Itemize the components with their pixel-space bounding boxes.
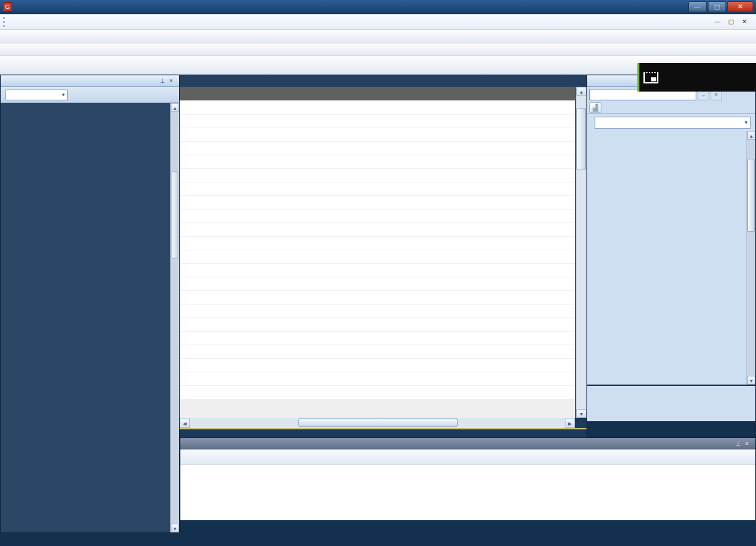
pin-icon[interactable]: ⊥ [734, 440, 742, 447]
output-panel: ⊥ × [180, 437, 756, 521]
element-selection-tabs [587, 406, 755, 421]
ladder-editor: ◀ ▶ ▲ ▼ [180, 75, 586, 437]
scrollbar-thumb[interactable] [576, 108, 586, 170]
menu-bar: — ▢ ✕ [0, 14, 756, 30]
instruction-list [587, 131, 747, 385]
navigation-panel: ⊥ × ▼ ▲ ▼ [0, 75, 180, 533]
child-close-button[interactable]: ✕ [740, 18, 749, 25]
screenshot-camera-icon [643, 72, 658, 83]
close-panel-icon[interactable]: × [742, 440, 751, 447]
navigation-scrollbar[interactable]: ▲ ▼ [170, 103, 179, 532]
scroll-down-icon[interactable]: ▼ [747, 376, 755, 385]
restore-button[interactable]: ▢ [708, 1, 726, 12]
ladder-canvas[interactable] [180, 100, 575, 399]
child-minimize-button[interactable]: — [713, 18, 722, 25]
output-content [180, 465, 755, 520]
close-panel-icon[interactable]: × [167, 77, 176, 84]
editor-frame-edge [180, 428, 586, 437]
gx-works3-window: G — ▢ ✕ — ▢ ✕ ⊥ × ▼ [0, 0, 756, 546]
element-selection-panel: ⌄ ≡ ▟ ▼ ▲ ▼ [586, 75, 756, 437]
navigation-panel-title: ⊥ × [1, 75, 179, 87]
chevron-down-icon: ▼ [61, 92, 66, 97]
title-bar: G — ▢ ✕ [0, 0, 756, 14]
close-button[interactable]: ✕ [728, 1, 753, 12]
scrollbar-thumb[interactable] [298, 418, 458, 427]
display-target-combo[interactable]: ▼ [595, 117, 751, 129]
menu-grip [3, 17, 5, 27]
ladder-empty-area [180, 399, 575, 418]
output-toolbar [180, 450, 755, 465]
element-selection-toolbar: ▟ [587, 102, 755, 114]
ladder-column-header [180, 87, 575, 100]
output-title-bar: ⊥ × [180, 438, 755, 450]
child-restore-button[interactable]: ▢ [726, 18, 736, 25]
screenshot-toast [637, 63, 756, 92]
scroll-up-icon[interactable]: ▲ [576, 87, 586, 96]
docked-window-tabs [587, 421, 755, 437]
display-target-row: ▼ [587, 114, 755, 131]
scroll-down-icon[interactable]: ▼ [171, 524, 179, 532]
document-tab-strip [180, 75, 586, 87]
app-logo-icon: G [3, 2, 12, 12]
toolbar-standard [0, 30, 756, 43]
project-tree [1, 103, 170, 532]
pin-icon[interactable]: ⊥ [158, 77, 167, 84]
editor-horizontal-scrollbar[interactable]: ◀ ▶ [180, 418, 575, 428]
minimize-button[interactable]: — [688, 1, 707, 12]
instruction-list-scrollbar[interactable]: ▲ ▼ [747, 131, 755, 385]
bottom-window-tabs [180, 521, 756, 533]
navigation-toolbar: ▼ [1, 87, 179, 103]
scrollbar-thumb[interactable] [171, 172, 178, 258]
mdi-child-controls: — ▢ ✕ [713, 18, 753, 25]
sort-filter-icon[interactable]: ▟ [589, 102, 601, 113]
status-bar [0, 533, 756, 546]
scroll-up-icon[interactable]: ▲ [747, 131, 755, 140]
chevron-down-icon: ▼ [744, 120, 749, 125]
scroll-up-icon[interactable]: ▲ [171, 103, 179, 112]
tree-filter-combo[interactable]: ▼ [5, 90, 68, 100]
scroll-down-icon[interactable]: ▼ [576, 409, 586, 418]
scroll-left-icon[interactable]: ◀ [180, 418, 190, 428]
scrollbar-thumb[interactable] [747, 159, 755, 232]
element-selection-filler [587, 385, 755, 406]
editor-vertical-scrollbar[interactable]: ▲ ▼ [576, 87, 586, 418]
toolbar-docking-windows [0, 43, 756, 56]
scroll-right-icon[interactable]: ▶ [565, 418, 575, 428]
